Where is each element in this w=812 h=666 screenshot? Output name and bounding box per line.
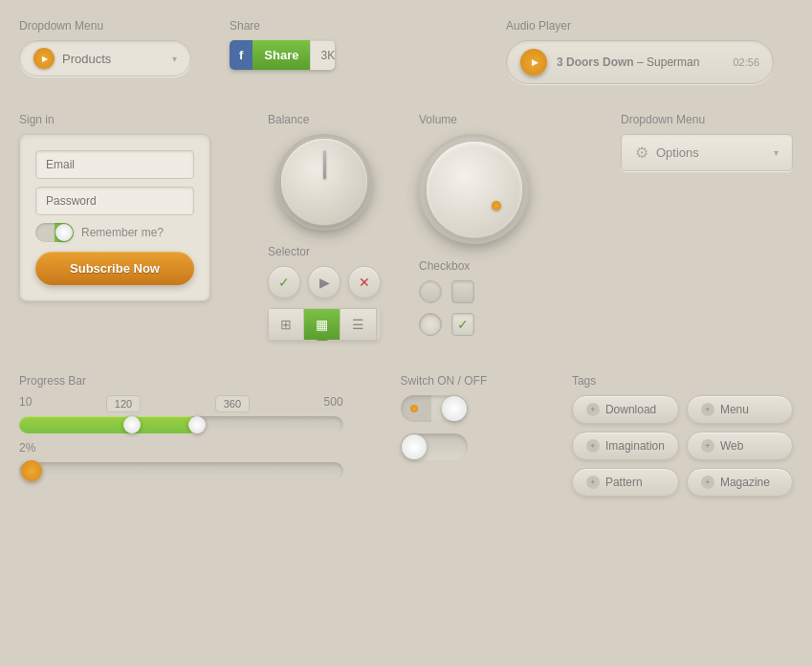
share-text: Share (252, 40, 310, 70)
tag-imagination[interactable]: + Imagination (572, 432, 679, 460)
tag-remove-icon[interactable]: + (586, 403, 600, 416)
switch-label: Switch ON / OFF (401, 374, 553, 388)
play-button[interactable] (520, 49, 547, 76)
tag-web[interactable]: + Web (687, 432, 793, 460)
tag-menu-label: Menu (720, 403, 749, 416)
tag-pattern-label: Pattern (605, 476, 643, 489)
view-buttons: ⊞ ▦ ☰ (268, 308, 381, 341)
progressbar-label: Progress Bar (19, 374, 343, 388)
volume-indicator (492, 201, 501, 211)
tag-web-label: Web (720, 439, 743, 453)
chevron-down-icon: ▾ (172, 54, 177, 64)
audio-info: 3 Doors Down – Superman (557, 56, 723, 69)
switch-dot (410, 405, 418, 412)
selector-label: Selector (268, 245, 381, 258)
tag-download[interactable]: + Download (572, 395, 679, 424)
tag-remove-icon4[interactable]: + (701, 439, 714, 453)
tag-remove-icon6[interactable]: + (701, 476, 714, 489)
email-field[interactable] (35, 150, 194, 179)
tag-download-label: Download (605, 403, 656, 416)
switch-knob-on (442, 396, 467, 421)
audio-time: 02:56 (733, 56, 759, 68)
progress-handle2-val: 360 (215, 395, 250, 412)
tags-label: Tags (572, 374, 793, 388)
progress-min: 10 (19, 395, 32, 412)
progress-max: 500 (324, 395, 343, 412)
progress-handle-right[interactable] (188, 416, 206, 433)
tag-remove-icon2[interactable]: + (701, 403, 714, 416)
tags-grid: + Download + Menu + Imagination + Web + … (572, 395, 793, 497)
checkbox-unchecked[interactable] (451, 280, 474, 303)
signin-panel: Remember me? Subscribe Now (19, 134, 210, 301)
progress-handle1-val: 120 (106, 395, 141, 412)
dropdown2-label: Dropdown Menu (621, 113, 793, 126)
progress-percent: 2% (19, 441, 343, 455)
volume-label: Volume (419, 113, 529, 126)
radio-checked[interactable] (419, 313, 442, 336)
subscribe-button[interactable]: Subscribe Now (35, 252, 194, 285)
grid-large-btn[interactable]: ▦ (303, 308, 340, 341)
tag-imagination-label: Imagination (605, 439, 665, 453)
chevron-down-icon2: ▾ (774, 147, 779, 158)
password-field[interactable] (35, 187, 194, 215)
facebook-icon: f (230, 40, 252, 70)
gear-icon: ⚙ (635, 144, 648, 162)
selector-play-btn[interactable]: ▶ (308, 266, 340, 299)
selector-close-btn[interactable]: ✕ (348, 266, 381, 299)
dropdown1-label: Dropdown Menu (19, 19, 210, 33)
radio-unchecked[interactable] (419, 280, 442, 303)
share-button[interactable]: f Share 3K (230, 40, 335, 70)
tag-remove-icon3[interactable]: + (586, 439, 600, 453)
volume-knob[interactable] (427, 142, 522, 237)
progress-track2[interactable] (19, 462, 343, 479)
tag-remove-icon5[interactable]: + (586, 476, 600, 489)
balance-knob[interactable] (281, 139, 367, 225)
progress-handle2[interactable] (21, 460, 42, 481)
signin-label: Sign in (19, 113, 230, 126)
fb-letter: f (239, 48, 243, 62)
balance-label: Balance (268, 113, 381, 126)
tag-magazine[interactable]: + Magazine (687, 468, 793, 497)
progress-numbers: 10 120 360 500 (19, 395, 343, 412)
remember-toggle[interactable] (35, 223, 74, 242)
audio-label: Audio Player (506, 19, 793, 33)
audio-song: Superman (647, 56, 699, 69)
volume-knob-outer (419, 134, 529, 244)
balance-knob-outer (276, 134, 372, 230)
dropdown1-value: Products (62, 52, 165, 66)
checkbox-label: Checkbox (419, 259, 529, 273)
dropdown2-value: Options (656, 145, 766, 160)
dropdown2[interactable]: ⚙ Options ▾ (621, 134, 793, 171)
progress-track1[interactable] (19, 416, 343, 433)
share-count: 3K (310, 41, 335, 70)
toggle-knob (55, 224, 73, 241)
progress-fill (19, 416, 197, 433)
dropdown1[interactable]: Products ▾ (19, 40, 191, 77)
list-btn[interactable]: ☰ (340, 308, 377, 341)
switch-knob-off (402, 434, 427, 459)
audio-player: 3 Doors Down – Superman 02:56 (506, 40, 774, 84)
switch-off[interactable] (401, 433, 468, 460)
selector-check-btn[interactable]: ✓ (268, 266, 300, 299)
tag-magazine-label: Magazine (720, 476, 770, 489)
checkbox-checked[interactable]: ✓ (451, 313, 474, 336)
products-icon (33, 48, 55, 69)
audio-artist: 3 Doors Down (557, 56, 634, 69)
audio-separator: – (637, 56, 644, 69)
switch-on[interactable] (401, 395, 468, 422)
tag-pattern[interactable]: + Pattern (572, 468, 679, 497)
tag-menu[interactable]: + Menu (687, 395, 793, 424)
share-label: Share (230, 19, 383, 33)
grid-small-btn[interactable]: ⊞ (268, 308, 303, 341)
remember-label: Remember me? (81, 226, 164, 239)
